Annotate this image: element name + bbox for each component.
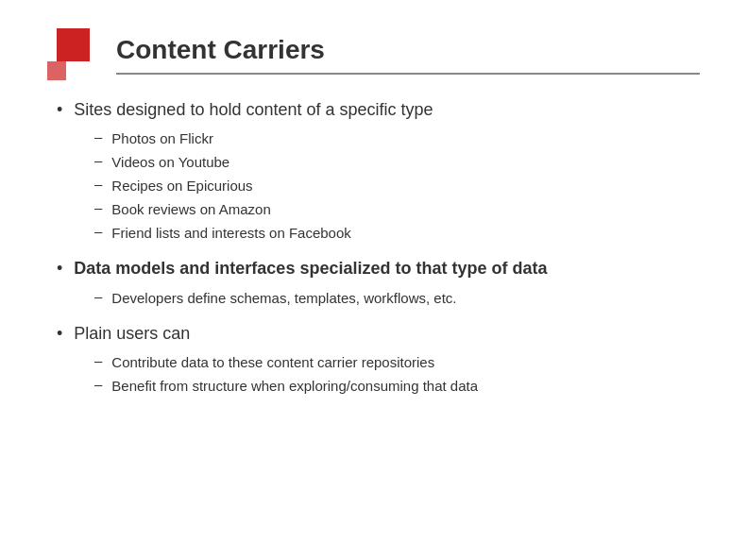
sub-bullets-2: – Developers define schemas, templates, … [94,288,700,308]
logo-red-bottom [47,61,66,80]
bullet-section-3: • Plain users can – Contribute data to t… [57,323,700,396]
slide: Content Carriers • Sites designed to hol… [0,0,747,560]
list-item: – Developers define schemas, templates, … [94,288,700,308]
sub-bullets-3: – Contribute data to these content carri… [94,352,700,396]
list-item: – Recipes on Epicurious [94,176,700,195]
sub-item-text: Developers define schemas, templates, wo… [111,288,456,308]
bullet-text-2: Data models and interfaces specialized t… [74,258,547,280]
sub-item-text: Book reviews on Amazon [111,199,270,219]
logo-block [47,28,99,80]
bullet-section-1: • Sites designed to hold content of a sp… [57,99,700,243]
sub-dash: – [94,176,102,192]
sub-item-text: Videos on Youtube [111,152,229,172]
bullet-dot-2: • [57,259,62,279]
sub-dash: – [94,288,102,304]
list-item: – Contribute data to these content carri… [94,352,700,372]
bullet-main-1: • Sites designed to hold content of a sp… [57,99,700,121]
bullet-dot-3: • [57,324,62,344]
sub-dash: – [94,223,102,239]
sub-item-text: Benefit from structure when exploring/co… [111,376,478,396]
title-area: Content Carriers [116,35,700,75]
sub-item-text: Contribute data to these content carrier… [111,352,434,372]
sub-item-text: Photos on Flickr [111,128,213,148]
list-item: – Book reviews on Amazon [94,199,700,219]
list-item: – Friend lists and interests on Facebook [94,223,700,243]
list-item: – Videos on Youtube [94,152,700,172]
list-item: – Benefit from structure when exploring/… [94,376,700,396]
slide-header: Content Carriers [47,28,700,80]
sub-dash: – [94,199,102,215]
sub-bullets-1: – Photos on Flickr – Videos on Youtube –… [94,128,700,243]
sub-dash: – [94,352,102,368]
sub-dash: – [94,152,102,168]
sub-dash: – [94,128,102,144]
bullet-text-1: Sites designed to hold content of a spec… [74,99,433,121]
sub-item-text: Friend lists and interests on Facebook [111,223,350,243]
sub-dash: – [94,376,102,392]
bullet-main-3: • Plain users can [57,323,700,345]
slide-title: Content Carriers [116,35,700,65]
bullet-main-2: • Data models and interfaces specialized… [57,258,700,280]
bullet-dot-1: • [57,100,62,120]
logo-red-top [57,28,90,61]
bullet-text-3: Plain users can [74,323,190,345]
bullet-section-2: • Data models and interfaces specialized… [57,258,700,307]
list-item: – Photos on Flickr [94,128,700,148]
slide-content: • Sites designed to hold content of a sp… [47,99,700,396]
sub-item-text: Recipes on Epicurious [111,176,252,195]
